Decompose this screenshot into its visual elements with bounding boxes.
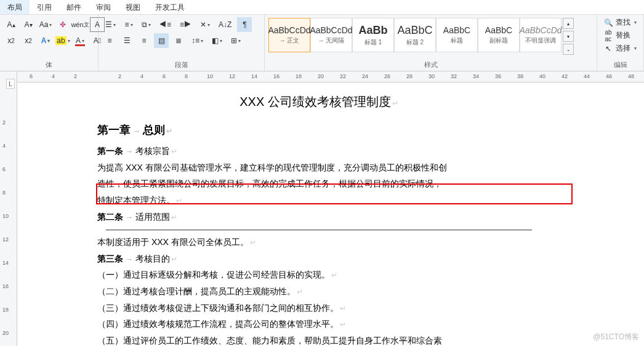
- menu-mailings[interactable]: 邮件: [59, 0, 89, 14]
- font-group: A▴ A▾ Aa▾ ✤ wén文 A x2 x2 A▾ ab▾ A▾ A⃝ 体: [0, 15, 99, 71]
- font-grow-button[interactable]: A▴: [4, 17, 18, 32]
- doc-title: XXX 公司绩效考核管理制度↵: [97, 90, 541, 113]
- menu-bar: 布局 引用 邮件 审阅 视图 开发工具: [0, 0, 644, 15]
- text-effects-button[interactable]: A▾: [38, 33, 53, 48]
- chapter-heading: 第一章→总则↵: [97, 119, 541, 140]
- font-color-button[interactable]: A▾: [73, 33, 87, 48]
- replace-button[interactable]: abac 替换: [601, 29, 640, 42]
- align-justify-button[interactable]: ▤: [154, 33, 169, 48]
- numbering-button[interactable]: ≡▾: [121, 17, 136, 32]
- paragraph-group: ☰▾ ≡▾ ⧉▾ ⯇≡ ≡⯈ ✕▾ A↓Z ¶ ≡ ☰ ≡ ▤ ≣ ↕≡▾ ◧▾…: [99, 15, 265, 71]
- multilevel-button[interactable]: ⧉▾: [139, 17, 154, 32]
- editing-group: 🔍 查找▾ abac 替换 ↖ 选择▾ 编辑: [597, 15, 644, 71]
- style-title[interactable]: AaBbC 标题: [436, 18, 478, 52]
- styles-scroll-down[interactable]: ▾: [563, 31, 574, 42]
- clear-format-button[interactable]: ✤: [55, 17, 70, 32]
- style-heading1[interactable]: AaBb 标题 1: [352, 18, 394, 52]
- select-button[interactable]: ↖ 选择▾: [601, 42, 640, 55]
- styles-group-label: 样式: [268, 59, 593, 70]
- font-shrink-button[interactable]: A▾: [21, 17, 36, 32]
- distribute-button[interactable]: ≣: [171, 33, 186, 48]
- shading-button[interactable]: ◧▾: [209, 33, 225, 48]
- horizontal-rule: [106, 230, 532, 230]
- menu-view[interactable]: 视图: [118, 0, 148, 14]
- style-subtitle[interactable]: AaBbC 副标题: [478, 18, 520, 52]
- style-nospacing[interactable]: AaBbCcDd → 无间隔: [310, 18, 352, 52]
- increase-indent-button[interactable]: ≡⯈: [177, 17, 195, 32]
- style-normal[interactable]: AaBbCcDd → 正文: [268, 18, 310, 52]
- asian-layout-button[interactable]: ✕▾: [197, 17, 213, 32]
- styles-group: AaBbCcDd → 正文 AaBbCcDd → 无间隔 AaBb 标题 1 A…: [265, 15, 597, 71]
- find-icon: 🔍: [603, 18, 613, 28]
- ruler-tab-l[interactable]: L: [6, 79, 15, 89]
- styles-gallery: AaBbCcDd → 正文 AaBbCcDd → 无间隔 AaBb 标题 1 A…: [268, 16, 593, 59]
- show-marks-button[interactable]: ¶: [237, 17, 252, 32]
- superscript-button[interactable]: x2: [21, 33, 36, 48]
- style-heading2[interactable]: AaBbC 标题 2: [394, 18, 436, 52]
- menu-layout[interactable]: 布局: [0, 0, 30, 14]
- find-button[interactable]: 🔍 查找▾: [601, 16, 640, 29]
- align-right-button[interactable]: ≡: [137, 33, 151, 48]
- menu-devtools[interactable]: 开发工具: [148, 0, 192, 14]
- workspace: L 2468101214161820 642246810121416182022…: [0, 71, 644, 346]
- ribbon: A▴ A▾ Aa▾ ✤ wén文 A x2 x2 A▾ ab▾ A▾ A⃝ 体 …: [0, 15, 644, 71]
- styles-scroll-up[interactable]: ▴: [563, 18, 574, 29]
- line-spacing-button[interactable]: ↕≡▾: [188, 33, 206, 48]
- horizontal-ruler[interactable]: 6422468101214161820222426283032343638404…: [17, 71, 644, 82]
- phonetic-guide-button[interactable]: wén文: [73, 17, 87, 32]
- document-page[interactable]: XXX 公司绩效考核管理制度↵ 第一章→总则↵ 第一条→考核宗旨↵ 为提高 XX…: [97, 90, 541, 346]
- highlight-button[interactable]: ab▾: [55, 33, 70, 48]
- select-icon: ↖: [603, 44, 613, 54]
- annotation-box: [96, 183, 573, 204]
- menu-references[interactable]: 引用: [30, 0, 59, 14]
- replace-icon: abac: [603, 31, 613, 41]
- editing-group-label: 编辑: [601, 59, 640, 70]
- font-group-label: 体: [4, 59, 94, 70]
- bullets-button[interactable]: ☰▾: [102, 17, 119, 32]
- sort-button[interactable]: A↓Z: [215, 17, 235, 32]
- paragraph-group-label: 段落: [102, 59, 260, 70]
- styles-expand[interactable]: ⌄: [563, 44, 574, 55]
- vertical-ruler[interactable]: L 2468101214161820: [0, 71, 17, 346]
- change-case-button[interactable]: Aa▾: [38, 17, 53, 32]
- align-left-button[interactable]: ≡: [102, 33, 117, 48]
- watermark: @51CTO博客: [593, 332, 639, 342]
- subscript-button[interactable]: x2: [4, 33, 18, 48]
- borders-button[interactable]: ⊞▾: [228, 33, 244, 48]
- style-subtle-emphasis[interactable]: AaBbCcDd 不明显强调: [520, 18, 561, 52]
- menu-review[interactable]: 审阅: [89, 0, 118, 14]
- decrease-indent-button[interactable]: ⯇≡: [156, 17, 174, 32]
- align-center-button[interactable]: ☰: [119, 33, 134, 48]
- document-area[interactable]: 6422468101214161820222426283032343638404…: [17, 71, 644, 346]
